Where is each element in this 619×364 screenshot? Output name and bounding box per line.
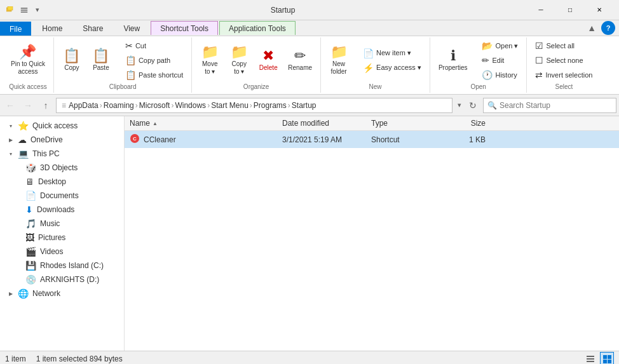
sidebar-item-music[interactable]: 🎵 Music: [0, 217, 124, 231]
sidebar-item-desktop[interactable]: 🖥 Desktop: [0, 175, 124, 189]
item-count: 1 item: [5, 354, 26, 363]
paste-button[interactable]: 📋 Paste: [87, 46, 115, 75]
sidebar-item-downloads[interactable]: ⬇ Downloads: [0, 203, 124, 217]
path-startup[interactable]: Startup: [292, 101, 316, 110]
invert-selection-button[interactable]: ⇄ Invert selection: [531, 68, 597, 82]
svg-rect-11: [608, 355, 611, 359]
sidebar-item-d-drive[interactable]: 💿 ARKNIGHTS (D:): [0, 273, 124, 286]
column-size[interactable]: Size: [435, 119, 486, 128]
path-programs[interactable]: Programs: [254, 101, 287, 110]
sidebar-item-onedrive[interactable]: ▶ ☁ OneDrive: [0, 133, 124, 147]
sidebar-item-network[interactable]: ▶ 🌐 Network: [0, 286, 124, 300]
path-appdata[interactable]: AppData: [69, 101, 99, 110]
open-button[interactable]: 📂 Open ▾: [477, 39, 522, 53]
onedrive-icon: ☁: [18, 135, 27, 145]
ribbon: 📌 Pin to Quickaccess Quick access 📋 Copy…: [0, 36, 619, 95]
new-group-label: New: [325, 82, 426, 91]
history-button[interactable]: 🕐 History: [477, 68, 522, 82]
rename-button[interactable]: ✏ Rename: [283, 46, 316, 75]
sidebar-item-pictures[interactable]: 🖼 Pictures: [0, 231, 124, 245]
ribbon-group-open: ℹ Properties 📂 Open ▾ ✏ Edit 🕐 History: [430, 37, 527, 93]
d-drive-icon: 💿: [25, 274, 36, 285]
path-start-menu[interactable]: Start Menu: [211, 101, 248, 110]
cut-button[interactable]: ✂ Cut: [121, 39, 187, 53]
ribbon-group-quick-access: 📌 Pin to Quickaccess Quick access: [3, 37, 54, 93]
new-folder-button[interactable]: 📁 Newfolder: [325, 42, 353, 79]
help-button[interactable]: ?: [601, 21, 615, 35]
network-label: Network: [32, 289, 60, 298]
pin-quick-access-button[interactable]: 📌 Pin to Quickaccess: [6, 42, 50, 79]
address-bar: ← → ↑ ≡ AppData › Roaming › Microsoft › …: [0, 95, 619, 116]
desktop-icon: 🖥: [25, 177, 34, 187]
main-layout: ▾ ⭐ Quick access ▶ ☁ OneDrive ▾ 💻 This P…: [0, 116, 619, 351]
move-to-button[interactable]: 📁 Moveto ▾: [196, 42, 224, 79]
tab-share[interactable]: Share: [73, 21, 112, 35]
quick-access-buttons: 📌 Pin to Quickaccess: [6, 39, 50, 82]
path-roaming[interactable]: Roaming: [104, 101, 134, 110]
ribbon-group-select: ☑ Select all ☐ Select none ⇄ Invert sele…: [527, 37, 601, 93]
delete-button[interactable]: ✖ Delete: [254, 46, 282, 75]
search-input[interactable]: [500, 101, 612, 110]
tab-shortcut-tools[interactable]: Shortcut Tools: [151, 21, 218, 35]
desktop-label: Desktop: [38, 177, 66, 186]
edit-button[interactable]: ✏ Edit: [477, 53, 522, 67]
select-none-button[interactable]: ☐ Select none: [531, 53, 597, 67]
minimize-button[interactable]: ─: [526, 0, 555, 20]
svg-rect-4: [21, 11, 28, 13]
paste-icon: 📋: [92, 49, 109, 63]
clipboard-buttons: 📋 Copy 📋 Paste ✂ Cut 📋 Copy path 📋: [58, 39, 187, 82]
sidebar-item-3d-objects[interactable]: 🎲 3D Objects: [0, 161, 124, 175]
svg-rect-9: [587, 361, 594, 362]
refresh-button[interactable]: ↻: [465, 98, 480, 113]
downloads-label: Downloads: [37, 205, 74, 214]
svg-rect-7: [587, 356, 594, 357]
column-name[interactable]: Name ▲: [130, 119, 282, 128]
column-date-modified[interactable]: Date modified: [282, 119, 371, 128]
quick-access-label: Quick access: [32, 121, 78, 130]
column-type[interactable]: Type: [371, 119, 435, 128]
sort-asc-icon: ▲: [153, 121, 158, 126]
tab-home[interactable]: Home: [32, 21, 72, 35]
copy-to-button[interactable]: 📁 Copyto ▾: [225, 42, 253, 79]
properties-button[interactable]: ℹ Properties: [434, 46, 472, 75]
ribbon-tab-bar: File Home Share View Shortcut Tools Appl…: [0, 20, 619, 36]
new-item-button[interactable]: 📄 New item ▾: [358, 46, 426, 60]
sidebar-item-c-drive[interactable]: 💾 Rhodes Island (C:): [0, 259, 124, 273]
select-all-button[interactable]: ☑ Select all: [531, 39, 597, 53]
address-path[interactable]: ≡ AppData › Roaming › Microsoft › Window…: [56, 98, 452, 113]
view-controls: [583, 352, 614, 365]
list-view-button[interactable]: [600, 352, 614, 365]
search-box[interactable]: 🔍: [483, 98, 616, 113]
ribbon-group-clipboard: 📋 Copy 📋 Paste ✂ Cut 📋 Copy path 📋: [54, 37, 192, 93]
maximize-button[interactable]: □: [555, 0, 585, 20]
copy-button[interactable]: 📋 Copy: [58, 46, 86, 75]
sidebar-item-documents[interactable]: 📄 Documents: [0, 189, 124, 203]
close-button[interactable]: ✕: [585, 0, 614, 20]
easy-access-button[interactable]: ⚡ Easy access ▾: [358, 61, 426, 75]
copy-to-icon: 📁: [231, 45, 248, 59]
pin-icon: 📌: [19, 45, 36, 59]
up-button[interactable]: ↑: [38, 98, 53, 113]
select-buttons: ☑ Select all ☐ Select none ⇄ Invert sele…: [531, 39, 597, 82]
documents-label: Documents: [40, 191, 79, 200]
table-row[interactable]: C CCleaner 3/1/2021 5:19 AM Shortcut 1 K…: [125, 131, 619, 148]
ribbon-collapse-button[interactable]: ▲: [585, 20, 599, 36]
tab-view[interactable]: View: [114, 21, 149, 35]
title-bar-icons: ▾: [5, 5, 39, 15]
open-icon: 📂: [482, 41, 493, 51]
tab-application-tools[interactable]: Application Tools: [219, 21, 296, 35]
path-microsoft[interactable]: Microsoft: [139, 101, 170, 110]
forward-button[interactable]: →: [20, 98, 36, 113]
sidebar-item-this-pc[interactable]: ▾ 💻 This PC: [0, 147, 124, 161]
copy-path-button[interactable]: 📋 Copy path: [121, 53, 187, 67]
sidebar-item-quick-access[interactable]: ▾ ⭐ Quick access: [0, 119, 124, 133]
edit-icon: ✏: [482, 55, 489, 65]
details-view-button[interactable]: [583, 352, 597, 365]
path-windows[interactable]: Windows: [175, 101, 206, 110]
tab-file[interactable]: File: [0, 22, 31, 36]
paste-shortcut-button[interactable]: 📋 Paste shortcut: [121, 68, 187, 82]
path-dropdown-button[interactable]: ▾: [455, 100, 464, 111]
back-button[interactable]: ←: [3, 98, 18, 113]
sidebar-item-videos[interactable]: 🎬 Videos: [0, 245, 124, 259]
open-group-label: Open: [434, 82, 523, 91]
